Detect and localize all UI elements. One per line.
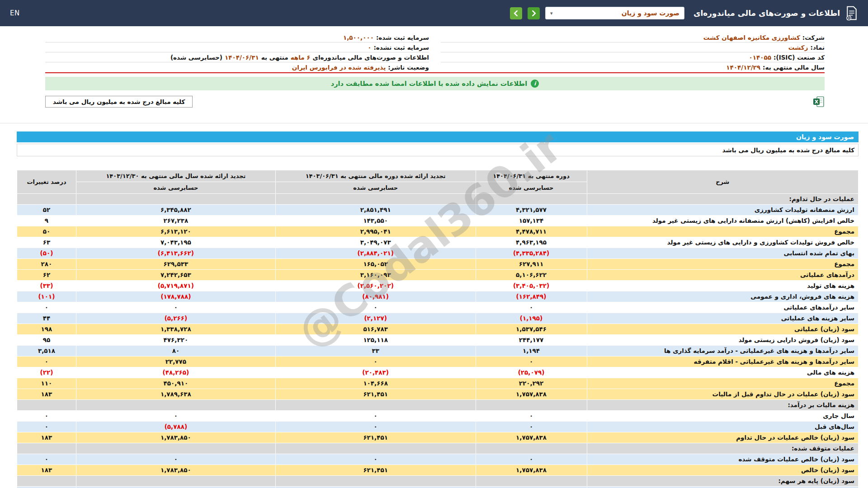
row-label: خالص فروش تولیدات کشاورزی و دارایی های ز…: [587, 237, 858, 248]
change-percent-cell: ۱۱۰: [17, 378, 76, 389]
company-value: کشاورزی مکانیزه اصفهان کشت: [703, 34, 800, 41]
value-cell: [276, 400, 476, 410]
row-label: سود (زیان) عملیاتی: [587, 324, 858, 334]
symbol-row: نماد: زکشت: [441, 42, 825, 52]
registered-capital-label: سرمایه ثبت شده:: [376, 34, 429, 41]
statement-row: سایر درآمدها و هزینه های غیرعملیاتی - در…: [17, 346, 858, 356]
value-cell: ۶۲۱,۴۵۱: [276, 389, 476, 399]
page-title: اطلاعات و صورت‌های مالی میاندوره‌ای: [693, 9, 840, 18]
issuer-status-row: وضعیت ناشر: پذیرفته شده در فرابورس ایران: [45, 62, 429, 72]
value-cell: (۱۷۸,۷۸۸): [76, 291, 275, 302]
value-cell: ۱,۷۵۷,۸۳۸: [476, 465, 587, 475]
change-percent-cell: ۵۰: [17, 226, 76, 237]
row-label: هزینه مالیات بر درآمد:: [587, 400, 858, 410]
header-desc: شرح: [587, 170, 858, 193]
value-cell: ۱,۷۵۷,۸۳۸: [476, 389, 587, 399]
header-audited-3: حسابرسی شده: [76, 182, 275, 193]
issuer-status-label: وضعیت ناشر:: [388, 64, 429, 71]
statement-row: سود (زیان) فروش دارایی زیستی مولد۲۴۴,۱۷۷…: [17, 335, 858, 345]
statement-row: مجموع۶۲۷,۹۱۱۱۶۵,۰۵۲۶۲۹,۵۳۳۲۸۰: [17, 259, 858, 269]
row-label: سود (زیان) عملیات در حال تداوم قبل از ما…: [587, 389, 858, 399]
company-info-left-column: سرمایه ثبت شده: ۱,۵۰۰,۰۰۰ سرمایه ثبت نشد…: [45, 33, 429, 72]
change-percent-cell: ۱۹۸: [17, 324, 76, 334]
language-switch[interactable]: EN: [10, 9, 20, 17]
change-percent-cell: [17, 400, 76, 410]
unregistered-capital-value: ۰: [368, 44, 371, 51]
value-cell: ۰: [476, 357, 587, 367]
row-label: ارزش منصفانه تولیدات کشاورزی: [587, 205, 858, 215]
change-percent-cell: ۰: [17, 422, 76, 432]
registered-capital-value: ۱,۵۰۰,۰۰۰: [343, 34, 374, 41]
value-cell: ۲۲,۷۷۵: [76, 357, 275, 367]
value-cell: ۶۲۷,۹۱۱: [476, 259, 587, 269]
statement-row: سال جاری۰۰۰۰: [17, 411, 858, 421]
banner-text: اطلاعات نمایش داده شده با اطلاعات امضا ش…: [331, 80, 527, 87]
value-cell: [76, 400, 275, 410]
statement-select-value: صورت سود و زیان: [622, 9, 679, 17]
row-label: سایر درآمدهای عملیاتی: [587, 302, 858, 313]
section-header-row: عملیات متوقف شده:: [17, 443, 858, 454]
value-cell: ۵۱۶,۷۸۳: [276, 324, 476, 334]
header-restated-prior-year: تجدید ارائه شده سال مالی منتهی به ۱۴۰۳/۱…: [76, 170, 275, 182]
unregistered-capital-row: سرمایه ثبت نشده: ۰: [45, 42, 429, 52]
value-cell: ۱,۱۹۴: [476, 346, 587, 356]
change-percent-cell: (۱۰۱): [17, 291, 76, 302]
change-percent-cell: [17, 476, 76, 486]
isic-value: ۰۱۴۰۵۵: [749, 54, 771, 61]
value-cell: ۳,۰۴۹,۰۷۳: [276, 237, 476, 248]
value-cell: (۴۸,۲۶۵): [76, 367, 275, 378]
statement-row: مجموع۴,۴۷۸,۷۱۱۲,۹۹۵,۰۴۱۶,۶۱۳,۱۲۰۵۰: [17, 226, 858, 237]
value-cell: (۵,۷۸۸): [76, 422, 275, 432]
isic-label: کد صنعت (ISIC):: [774, 54, 825, 61]
next-statement-button[interactable]: [510, 7, 522, 19]
divider: [0, 123, 868, 123]
prev-statement-button[interactable]: [528, 7, 540, 19]
fiscal-year-label: سال مالی منتهی به:: [763, 64, 825, 71]
section-header-row: عملیات در حال تداوم:: [17, 194, 858, 204]
svg-text:X: X: [815, 99, 819, 105]
change-percent-cell: ۹: [17, 216, 76, 226]
value-cell: ۴,۴۷۸,۷۱۱: [476, 226, 587, 237]
statement-row: سود (زیان) عملیات در حال تداوم قبل از ما…: [17, 389, 858, 399]
period-text-2: منتهی به: [261, 54, 288, 61]
section-header-row: سود (زیان) پایه هر سهم:: [17, 476, 858, 486]
statement-row: مجموع۲۲۰,۲۹۲۱۰۴,۶۶۸۴۵۰,۹۱۰۱۱۰: [17, 378, 858, 389]
excel-export-icon[interactable]: X: [813, 96, 825, 108]
change-percent-cell: ۰: [17, 357, 76, 367]
change-percent-cell: (۳۳): [17, 281, 76, 291]
value-cell: ۰: [276, 302, 476, 313]
value-cell: ۳۳: [276, 346, 476, 356]
change-percent-cell: ۵۲: [17, 205, 76, 215]
value-cell: (۴,۳۳۵,۲۸۴): [476, 248, 587, 258]
statement-row: سایر درآمدها و هزینه های غیرعملیاتی - اق…: [17, 357, 858, 367]
registered-capital-row: سرمایه ثبت شده: ۱,۵۰۰,۰۰۰: [45, 33, 429, 42]
issuer-status-value: پذیرفته شده در فرابورس ایران: [292, 64, 386, 71]
row-label: هزینه های مالی: [587, 367, 858, 378]
row-label: عملیات در حال تداوم:: [587, 194, 858, 204]
financial-statement-icon: [845, 6, 858, 20]
value-cell: ۰: [476, 422, 587, 432]
value-cell: (۲۰,۴۸۳): [276, 367, 476, 378]
change-percent-cell: ۶۲: [17, 270, 76, 280]
info-icon: i: [531, 80, 539, 88]
section-header-row: هزینه مالیات بر درآمد:: [17, 400, 858, 410]
units-row: X کلیه مبالغ درج شده به میلیون ریال می ب…: [45, 96, 825, 108]
value-cell: [76, 476, 275, 486]
value-cell: ۴۷۶,۳۲۰: [76, 335, 275, 345]
value-cell: ۱۶۵,۰۵۲: [276, 259, 476, 269]
value-cell: ۲۴۴,۱۷۷: [476, 335, 587, 345]
row-label: سایر هزینه های عملیاتی: [587, 313, 858, 324]
row-label: سود (زیان) خالص عملیات متوقف شده: [587, 454, 858, 465]
value-cell: [76, 194, 275, 204]
value-cell: ۶۲۱,۴۵۱: [276, 432, 476, 443]
chevron-right-icon: [531, 10, 536, 16]
value-cell: ۰: [476, 302, 587, 313]
value-cell: (۲,۵۶۰,۲۰۲): [276, 281, 476, 291]
statement-row: سود (زیان) خالص عملیات در حال تداوم۱,۷۵۷…: [17, 432, 858, 443]
value-cell: (۶,۴۱۳,۶۶۲): [76, 248, 275, 258]
value-cell: ۱,۵۳۷,۵۴۶: [476, 324, 587, 334]
change-percent-cell: ۳,۵۱۸: [17, 346, 76, 356]
value-cell: (۲,۱۲۷): [276, 313, 476, 324]
statement-type-select[interactable]: صورت سود و زیان ▾: [545, 7, 684, 19]
value-cell: ۰: [476, 454, 587, 465]
